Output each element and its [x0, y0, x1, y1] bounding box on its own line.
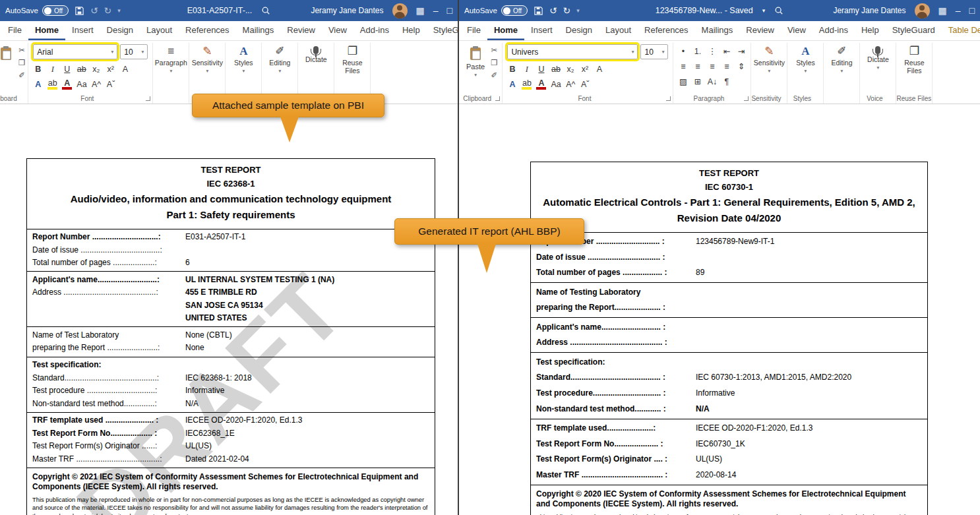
tab-layout[interactable]: Layout [140, 21, 179, 40]
tab-references[interactable]: References [638, 21, 694, 40]
bold-icon[interactable]: B [33, 65, 43, 75]
save-icon[interactable] [534, 6, 543, 16]
font-size-combobox[interactable]: 10▾ [120, 44, 148, 59]
title-caret-icon[interactable]: ▾ [762, 6, 766, 15]
grow-font-icon[interactable]: A^ [566, 80, 576, 90]
document-canvas[interactable]: DRAFT TEST REPORTIEC 62368-1Audio/video,… [0, 104, 458, 515]
paste-button[interactable]: Paste ▾ [464, 44, 487, 93]
tab-references[interactable]: References [179, 21, 235, 40]
document-canvas[interactable]: TEST REPORTIEC 60730-1Automatic Electric… [459, 104, 980, 515]
avatar[interactable] [915, 3, 930, 18]
tab-review[interactable]: Review [280, 21, 322, 40]
strikethrough-icon[interactable]: ab [77, 65, 86, 75]
italic-icon[interactable]: I [522, 65, 532, 75]
tab-review[interactable]: Review [739, 21, 781, 40]
font-name-combobox[interactable]: Arial▾ [33, 44, 117, 59]
text-highlight-icon[interactable]: ab [47, 80, 57, 90]
undo-icon[interactable]: ↺ [549, 6, 557, 15]
tab-mailings[interactable]: Mailings [695, 21, 740, 40]
grow-font-icon[interactable]: A^ [92, 80, 102, 90]
document-page[interactable]: TEST REPORTIEC 62368-1Audio/video, infor… [26, 158, 435, 515]
tab-table-design[interactable]: Table Design [942, 21, 980, 40]
text-effects-icon[interactable]: A [33, 80, 43, 90]
ribbon-display-options-icon[interactable]: ▦ [416, 6, 425, 15]
font-dialog-launcher-icon[interactable] [146, 96, 150, 101]
change-case-icon[interactable]: Aa [551, 80, 561, 90]
underline-icon[interactable]: U [62, 65, 72, 75]
account-name[interactable]: Jeramy Jane Dantes [311, 6, 383, 15]
cut-icon[interactable]: ✂ [18, 45, 25, 55]
line-spacing-icon[interactable]: ⇕ [736, 62, 746, 72]
clear-formatting-icon[interactable]: A [594, 65, 604, 75]
editing-button[interactable]: ✐Editing▾ [825, 44, 858, 75]
save-icon[interactable] [75, 6, 84, 16]
tab-add-ins[interactable]: Add-ins [812, 21, 855, 40]
font-dialog-launcher-icon[interactable] [666, 96, 671, 101]
superscript-icon[interactable]: x² [106, 65, 115, 75]
increase-indent-icon[interactable]: ⇥ [736, 47, 746, 57]
align-right-icon[interactable]: ≡ [707, 62, 717, 72]
change-case-icon[interactable]: Aa [77, 80, 86, 90]
tab-home[interactable]: Home [28, 21, 65, 40]
clear-formatting-icon[interactable]: A [120, 65, 130, 75]
underline-icon[interactable]: U [536, 65, 546, 75]
cut-icon[interactable]: ✂ [491, 45, 497, 55]
decrease-indent-icon[interactable]: ⇤ [721, 47, 731, 57]
editing-button[interactable]: ✐Editing▾ [263, 44, 296, 75]
text-highlight-icon[interactable]: ab [522, 80, 532, 90]
numbering-icon[interactable]: 1. [692, 47, 702, 57]
maximize-icon[interactable]: □ [447, 6, 452, 15]
tab-layout[interactable]: Layout [599, 21, 638, 40]
ribbon-display-options-icon[interactable]: ▦ [938, 6, 947, 15]
reuse-files-button[interactable]: ❐Reuse Files [336, 44, 369, 76]
strikethrough-icon[interactable]: ab [551, 65, 561, 75]
tab-home[interactable]: Home [487, 21, 524, 40]
font-size-combobox[interactable]: 10▾ [640, 44, 668, 59]
tab-insert[interactable]: Insert [524, 21, 559, 40]
styles-button[interactable]: AStyles▾ [227, 44, 260, 75]
shading-icon[interactable]: ▨ [678, 77, 688, 87]
tab-design[interactable]: Design [559, 21, 599, 40]
maximize-icon[interactable]: □ [969, 6, 975, 15]
text-effects-icon[interactable]: A [507, 80, 517, 90]
subscript-icon[interactable]: x₂ [91, 65, 101, 75]
dictate-button[interactable]: Dictate [299, 44, 332, 65]
bold-icon[interactable]: B [507, 65, 517, 75]
account-name[interactable]: Jeramy Jane Dantes [833, 6, 905, 15]
sensitivity-button[interactable]: ✎Sensitivity▾ [752, 44, 785, 75]
subscript-icon[interactable]: x₂ [565, 65, 575, 75]
tab-styleguard[interactable]: StyleGuard [886, 21, 942, 40]
autosave-toggle[interactable]: AutoSave Off [5, 5, 69, 16]
redo-icon[interactable]: ↻ [563, 6, 571, 15]
font-color-icon[interactable]: A [536, 80, 546, 90]
avatar[interactable] [392, 3, 408, 18]
tab-mailings[interactable]: Mailings [236, 21, 281, 40]
pilcrow-icon[interactable]: ¶ [721, 77, 731, 87]
search-icon[interactable] [774, 6, 783, 15]
font-color-icon[interactable]: A [62, 80, 72, 90]
autosave-toggle[interactable]: AutoSave Off [464, 5, 528, 16]
shrink-font-icon[interactable]: Aˇ [106, 80, 116, 90]
tab-help[interactable]: Help [396, 21, 427, 40]
tab-view[interactable]: View [322, 21, 353, 40]
quick-access-caret-icon[interactable]: ▾ [117, 6, 121, 15]
minimize-icon[interactable]: – [956, 6, 961, 15]
borders-icon[interactable]: ⊞ [692, 77, 702, 87]
tab-add-ins[interactable]: Add-ins [353, 21, 396, 40]
bullets-icon[interactable]: • [678, 47, 688, 57]
paragraph-button[interactable]: ≡Paragraph▾ [154, 44, 187, 75]
clipboard-dialog-launcher-icon[interactable] [495, 96, 500, 101]
format-painter-icon[interactable]: ✐ [491, 71, 497, 80]
italic-icon[interactable]: I [47, 65, 57, 75]
minimize-icon[interactable]: – [433, 6, 439, 15]
redo-icon[interactable]: ↻ [104, 6, 112, 15]
multilevel-list-icon[interactable]: ⋮ [707, 47, 717, 57]
align-left-icon[interactable]: ≡ [678, 62, 688, 72]
document-page[interactable]: TEST REPORTIEC 60730-1Automatic Electric… [530, 162, 928, 515]
paste-button[interactable] [0, 44, 15, 93]
tab-insert[interactable]: Insert [65, 21, 100, 40]
quick-access-caret-icon[interactable]: ▾ [576, 6, 580, 15]
tab-help[interactable]: Help [855, 21, 886, 40]
sort-icon[interactable]: A↓ [707, 77, 717, 87]
sensitivity-button[interactable]: ✎Sensitivity▾ [191, 44, 224, 75]
